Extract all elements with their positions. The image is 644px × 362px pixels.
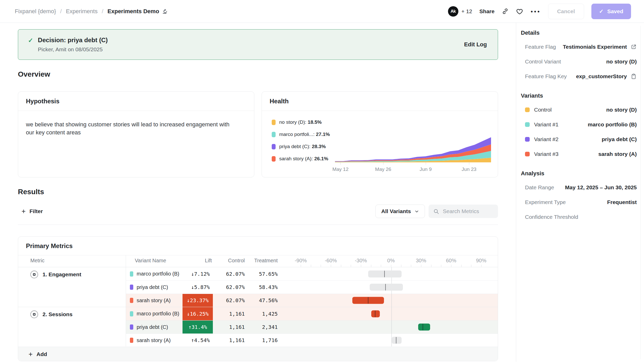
results-toolbar: + Filter All Variants — [18, 205, 498, 218]
sidebar-row-label: Variant #3 — [521, 151, 558, 157]
confidence-interval-bar — [392, 337, 402, 344]
sidebar-row: Variant #3sarah story (A) — [521, 147, 637, 161]
lift-point-marker — [396, 337, 396, 344]
cancel-button[interactable]: Cancel — [548, 4, 584, 19]
main-content: ✓ Decision: priya debt (C) Picker, Amit … — [0, 23, 516, 362]
lift-value: ↓7.12% — [191, 271, 213, 277]
metric-cell[interactable]: 2. Sessions — [18, 307, 126, 347]
treatment-value: 47.56% — [246, 297, 279, 303]
gauge-ruler-tick — [431, 265, 431, 267]
sidebar-row-value: Frequentist — [607, 199, 637, 205]
health-legend-item[interactable]: priya debt (C): 28.3% — [272, 144, 330, 149]
variant-row[interactable]: marco portfolio (B)↓16.25%1,1611,425 — [126, 307, 498, 320]
lift-badge: ↓23.37% — [183, 294, 213, 307]
breadcrumb-item[interactable]: Experiments — [66, 8, 97, 15]
share-button[interactable]: Share — [479, 8, 494, 15]
ci-gauge — [279, 321, 498, 334]
gauge-axis-tick-label: 60% — [446, 258, 456, 264]
variant-row[interactable]: priya debt (C)↑31.4%1,1612,341 — [126, 320, 498, 334]
col-header-variant-name: Variant Name — [135, 258, 166, 264]
saved-button[interactable]: ✓ Saved — [591, 4, 631, 19]
external-link-icon[interactable] — [631, 44, 637, 50]
gauge-ruler-tick — [481, 265, 481, 267]
search-icon — [433, 208, 439, 214]
sidebar-row: Variant #2priya debt (C) — [521, 132, 637, 147]
scrollbar-track[interactable] — [640, 26, 641, 359]
legend-label: marco portfoli...: 27.1% — [279, 132, 330, 137]
variant-row[interactable]: sarah story (A)↓23.37%62.07%47.56% — [126, 294, 498, 307]
confidence-interval-bar — [370, 284, 403, 291]
lift-point-marker — [385, 284, 386, 291]
control-value: 1,161 — [213, 324, 246, 330]
health-legend-item[interactable]: no story (D): 18.5% — [272, 119, 330, 125]
gauge-axis-tick-label: -60% — [325, 258, 337, 264]
edit-log-button[interactable]: Edit Log — [464, 41, 487, 48]
primary-metrics-title: Primary Metrics — [18, 237, 498, 255]
sidebar-row: Feature Flag Keyexp_customerStory — [521, 69, 637, 84]
sidebar-row-value: May 12, 2025 – Jun 30, 2025 — [565, 184, 637, 191]
variant-color-swatch — [130, 311, 133, 316]
lift-value: ↑4.54% — [191, 337, 213, 343]
results-heading: Results — [18, 188, 498, 196]
copy-link-icon[interactable] — [502, 8, 509, 15]
decision-banner: ✓ Decision: priya debt (C) Picker, Amit … — [18, 29, 498, 60]
variant-row[interactable]: priya debt (C)↓5.87%62.07%58.43% — [126, 280, 498, 294]
lift-point-marker — [423, 324, 423, 330]
sidebar-row-value: sarah story (A) — [598, 151, 637, 157]
breadcrumb-item[interactable]: Fixpanel {demo} — [15, 8, 56, 15]
sidebar-row-label: Experiment Type — [521, 199, 566, 205]
variant-name: priya debt (C) — [137, 284, 168, 290]
health-legend-item[interactable]: marco portfoli...: 27.1% — [272, 132, 330, 137]
column-divider — [126, 267, 126, 346]
ci-gauge — [279, 267, 498, 280]
variant-color-swatch — [130, 285, 133, 290]
health-legend-item[interactable]: sarah story (A): 26.1% — [272, 156, 330, 162]
sidebar-row: Date RangeMay 12, 2025 – Jun 30, 2025 — [521, 180, 637, 195]
add-filter-button[interactable]: + Filter — [18, 208, 43, 214]
sidebar-row-value: marco portfolio (B) — [588, 121, 637, 128]
gauge-ruler-tick — [361, 265, 361, 267]
search-metrics-input[interactable] — [443, 208, 492, 214]
gauge-axis-tick-label: 90% — [476, 258, 486, 264]
avatar[interactable]: Ak — [448, 6, 458, 17]
legend-color-swatch — [272, 156, 276, 162]
sidebar-row: Variant #1marco portfolio (B) — [521, 117, 637, 132]
gauge-axis-tick-label: -90% — [295, 258, 307, 264]
gauge-ruler-tick — [341, 265, 341, 267]
health-xaxis: May 12May 26Jun 9Jun 23 — [335, 162, 491, 174]
x-axis-tick — [469, 162, 469, 165]
x-axis-label: May 12 — [332, 166, 348, 172]
control-value: 62.07% — [213, 297, 246, 303]
more-options-icon[interactable]: ●●● — [530, 9, 541, 13]
gauge-ruler-tick — [331, 265, 331, 267]
control-value: 62.07% — [213, 284, 246, 290]
lift-point-marker — [375, 310, 375, 317]
gauge-ruler-tick — [321, 265, 321, 267]
metric-group: 1. Engagementmarco portfolio (B)↓7.12%62… — [18, 267, 498, 307]
col-header-treatment: Treatment — [246, 258, 278, 264]
breadcrumb-item[interactable]: Experiments Demo — [108, 8, 168, 15]
variant-row[interactable]: marco portfolio (B)↓7.12%62.07%57.65% — [126, 267, 498, 280]
sidebar-row-label: Date Range — [521, 184, 554, 191]
sidebar-row: Control Variantno story (D) — [521, 54, 637, 69]
decision-subtitle: Picker, Amit on 08/05/2025 — [38, 46, 108, 53]
control-value: 1,161 — [213, 311, 246, 317]
treatment-value: 57.65% — [246, 271, 279, 277]
metric-cell[interactable]: 1. Engagement — [18, 267, 126, 307]
clipboard-icon[interactable] — [631, 73, 637, 79]
variant-row[interactable]: sarah story (A)↑4.54%1,1611,716 — [126, 334, 498, 347]
sidebar-section-heading: Analysis — [521, 170, 637, 177]
column-divider — [126, 255, 126, 267]
gauge-ruler-tick — [301, 265, 301, 267]
pm-groups: 1. Engagementmarco portfolio (B)↓7.12%62… — [18, 267, 498, 347]
variants-dropdown[interactable]: All Variants — [375, 205, 425, 218]
add-metric-button[interactable]: + Add — [18, 347, 498, 361]
favorite-heart-icon[interactable] — [516, 8, 523, 15]
collaborators-count[interactable]: + 12 — [461, 8, 472, 15]
hypothesis-title: Hypothesis — [18, 92, 254, 111]
variant-name: marco portfolio (B) — [137, 271, 179, 277]
col-header-control: Control — [213, 258, 245, 264]
decision-title: Decision: priya debt (C) — [38, 37, 108, 44]
variant-color-swatch — [525, 137, 530, 142]
overview-heading: Overview — [18, 70, 498, 78]
